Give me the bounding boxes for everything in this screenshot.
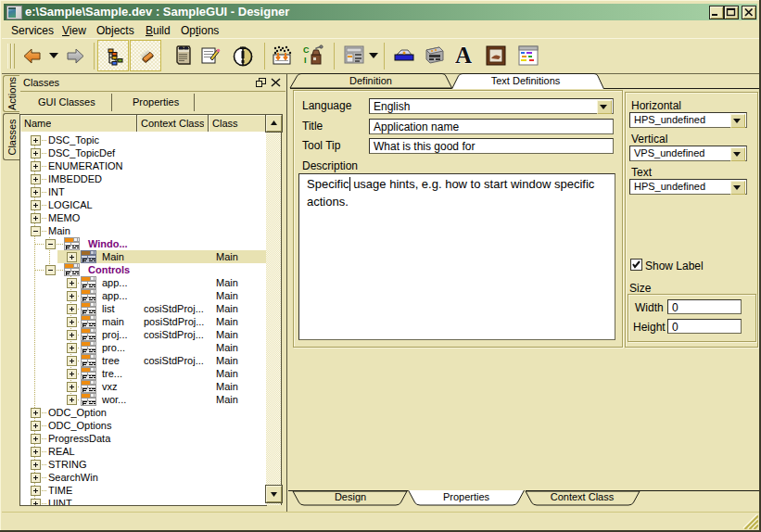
svg-text:I: I (304, 56, 307, 65)
svg-text:C: C (303, 45, 310, 55)
svg-text:A: A (455, 43, 472, 67)
